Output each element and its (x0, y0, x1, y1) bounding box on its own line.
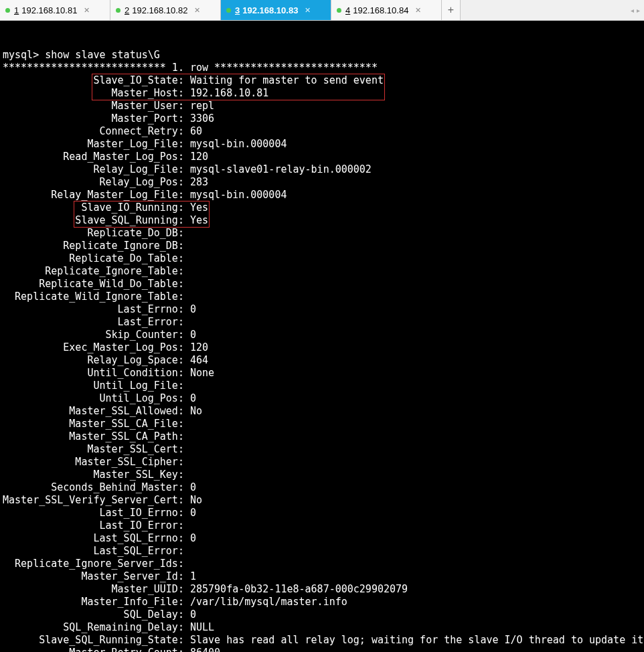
status-row-Master_Port: Master_Port: 3306 (3, 112, 641, 125)
status-row-Replicate_Wild_Do_Table: Replicate_Wild_Do_Table: (3, 278, 641, 291)
status-row-Slave_SQL_Running: Slave_SQL_Running: Yes (3, 214, 641, 227)
status-row-Replicate_Do_Table: Replicate_Do_Table: (3, 252, 641, 265)
status-row-Until_Condition: Until_Condition: None (3, 367, 641, 380)
status-dot-icon (337, 8, 341, 13)
terminal-output[interactable]: mysql> show slave status\G**************… (0, 21, 644, 652)
status-row-SQL_Delay: SQL_Delay: 0 (3, 608, 641, 621)
status-row-Skip_Counter: Skip_Counter: 0 (3, 329, 641, 341)
nav-left-icon[interactable]: ◂ (631, 7, 634, 14)
tab-label: 1192.168.10.81 (14, 5, 77, 15)
status-row-Slave_IO_Running: Slave_IO_Running: Yes (3, 201, 641, 214)
status-row-Master_Log_File: Master_Log_File: mysql-bin.000004 (3, 138, 641, 151)
tab-label: 2192.168.10.82 (125, 5, 187, 15)
status-row-Last_Error: Last_Error: (3, 316, 641, 329)
status-row-Master_SSL_CA_Path: Master_SSL_CA_Path: (3, 430, 641, 443)
close-icon[interactable]: ✕ (305, 7, 311, 14)
tab-label: 4192.168.10.84 (345, 5, 408, 15)
status-row-Master_Server_Id: Master_Server_Id: 1 (3, 570, 641, 583)
status-row-Master_Host: Master_Host: 192.168.10.81 (3, 87, 641, 100)
status-row-Last_SQL_Errno: Last_SQL_Errno: 0 (3, 532, 641, 545)
status-row-Master_User: Master_User: repl (3, 100, 641, 112)
status-row-Replicate_Ignore_Table: Replicate_Ignore_Table: (3, 265, 641, 278)
status-row-Replicate_Do_DB: Replicate_Do_DB: (3, 227, 641, 240)
tab-label: 3192.168.10.83 (235, 5, 298, 15)
status-row-Replicate_Ignore_Server_Ids: Replicate_Ignore_Server_Ids: (3, 558, 641, 570)
status-dot-icon (5, 8, 10, 13)
status-row-Last_IO_Error: Last_IO_Error: (3, 519, 641, 532)
tab-192.168.10.83[interactable]: 3192.168.10.83✕ (221, 0, 331, 20)
status-row-Master_SSL_Key: Master_SSL_Key: (3, 469, 641, 481)
status-row-Slave_SQL_Running_State: Slave_SQL_Running_State: Slave has read … (3, 634, 641, 647)
new-tab-button[interactable]: + (442, 0, 461, 20)
tab-192.168.10.81[interactable]: 1192.168.10.81✕ (0, 0, 110, 20)
status-row-Master_SSL_Allowed: Master_SSL_Allowed: No (3, 405, 641, 418)
status-row-Relay_Log_Space: Relay_Log_Space: 464 (3, 354, 641, 367)
status-dot-icon (226, 8, 231, 13)
tab-192.168.10.82[interactable]: 2192.168.10.82✕ (110, 0, 221, 20)
status-row-Master_SSL_Cipher: Master_SSL_Cipher: (3, 456, 641, 469)
tab-bar: 1192.168.10.81✕2192.168.10.82✕3192.168.1… (0, 0, 644, 21)
terminal-prompt-line: mysql> show slave status\G (3, 49, 641, 62)
status-row-Last_SQL_Error: Last_SQL_Error: (3, 545, 641, 558)
status-row-Last_Errno: Last_Errno: 0 (3, 303, 641, 316)
status-row-Read_Master_Log_Pos: Read_Master_Log_Pos: 120 (3, 151, 641, 163)
tab-192.168.10.84[interactable]: 4192.168.10.84✕ (331, 0, 442, 20)
status-row-Master_Info_File: Master_Info_File: /var/lib/mysql/master.… (3, 596, 641, 608)
status-row-Relay_Log_File: Relay_Log_File: mysql-slave01-relay-bin.… (3, 163, 641, 176)
status-row-Seconds_Behind_Master: Seconds_Behind_Master: 0 (3, 481, 641, 494)
terminal-row-header: *************************** 1. row *****… (3, 62, 641, 74)
status-row-Relay_Log_Pos: Relay_Log_Pos: 283 (3, 176, 641, 189)
tab-nav: ◂▸ (627, 0, 644, 20)
status-row-Master_UUID: Master_UUID: 285790fa-0b32-11e8-a687-000… (3, 583, 641, 596)
status-row-Until_Log_File: Until_Log_File: (3, 380, 641, 392)
status-row-Replicate_Ignore_DB: Replicate_Ignore_DB: (3, 240, 641, 252)
status-row-Connect_Retry: Connect_Retry: 60 (3, 125, 641, 138)
close-icon[interactable]: ✕ (415, 7, 421, 14)
status-row-Last_IO_Errno: Last_IO_Errno: 0 (3, 507, 641, 519)
status-row-Master_SSL_CA_File: Master_SSL_CA_File: (3, 418, 641, 430)
nav-right-icon[interactable]: ▸ (637, 7, 640, 14)
status-row-Master_SSL_Verify_Server_Cert: Master_SSL_Verify_Server_Cert: No (3, 494, 641, 507)
status-row-Relay_Master_Log_File: Relay_Master_Log_File: mysql-bin.000004 (3, 189, 641, 201)
status-row-Exec_Master_Log_Pos: Exec_Master_Log_Pos: 120 (3, 341, 641, 354)
status-row-Master_SSL_Cert: Master_SSL_Cert: (3, 443, 641, 456)
status-row-Master_Retry_Count: Master_Retry_Count: 86400 (3, 647, 641, 652)
close-icon[interactable]: ✕ (194, 7, 200, 14)
status-row-Slave_IO_State: Slave_IO_State: Waiting for master to se… (3, 74, 641, 87)
close-icon[interactable]: ✕ (84, 7, 90, 14)
status-row-SQL_Remaining_Delay: SQL_Remaining_Delay: NULL (3, 621, 641, 634)
status-row-Replicate_Wild_Ignore_Table: Replicate_Wild_Ignore_Table: (3, 291, 641, 303)
status-dot-icon (116, 8, 120, 13)
status-row-Until_Log_Pos: Until_Log_Pos: 0 (3, 392, 641, 405)
